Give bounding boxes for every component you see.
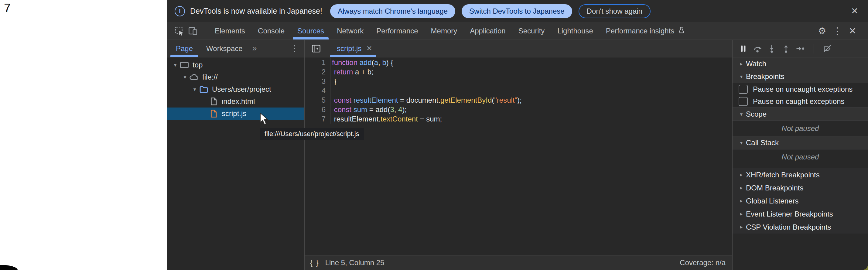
line-number[interactable]: 4 (305, 86, 330, 95)
expand-arrow-icon[interactable]: ▸ (737, 61, 746, 67)
mouse-cursor (260, 113, 269, 127)
pretty-print-icon[interactable]: { } (310, 259, 319, 267)
code-line[interactable]: resultElement.textContent = sum; (332, 114, 732, 124)
file-icon (209, 97, 218, 106)
code-editor[interactable]: 1234567 function add(a, b) { return a + … (305, 57, 732, 255)
line-number[interactable]: 5 (305, 95, 330, 105)
frame-icon (180, 60, 189, 69)
line-number[interactable]: 6 (305, 105, 330, 114)
deactivate-breakpoints-icon[interactable] (822, 43, 833, 54)
infobar-button-switch-devtools-to-japanese[interactable]: Switch DevTools to Japanese (462, 4, 572, 18)
infobar-button-always-match-chrome-s-language[interactable]: Always match Chrome's language (330, 4, 455, 18)
more-tabs-chevron-icon[interactable]: » (252, 44, 256, 53)
close-devtools-icon[interactable]: ✕ (846, 26, 859, 35)
inspect-element-icon[interactable] (173, 24, 186, 38)
expand-arrow-icon[interactable]: ▸ (737, 172, 746, 178)
toggle-navigator-icon[interactable] (309, 42, 323, 55)
code-line[interactable]: const resultElement = document.getElemen… (332, 95, 732, 105)
tree-item-users-user-project[interactable]: ▾Users/user/project (167, 83, 304, 95)
section-watch[interactable]: ▸Watch (733, 57, 868, 70)
code-token: = add( (367, 106, 390, 114)
tab-lighthouse[interactable]: Lighthouse (551, 22, 599, 39)
section-label: Pause on uncaught exceptions (753, 85, 852, 94)
section-pause-on-caught-exceptions[interactable]: Pause on caught exceptions (733, 95, 868, 108)
section-xhr-fetch-breakpoints[interactable]: ▸XHR/fetch Breakpoints (733, 168, 868, 181)
section-event-listener-breakpoints[interactable]: ▸Event Listener Breakpoints (733, 207, 868, 220)
tree-item-index-html[interactable]: index.html (167, 95, 304, 108)
checkbox-unchecked[interactable] (739, 85, 748, 94)
section-label: Breakpoints (746, 72, 784, 81)
step-out-icon[interactable] (781, 43, 791, 54)
navigator-menu-icon[interactable]: ⋮ (290, 43, 299, 54)
code-lines[interactable]: function add(a, b) { return a + b; } con… (331, 58, 732, 255)
code-line[interactable]: return a + b; (332, 67, 732, 77)
tab-performance[interactable]: Performance (370, 22, 424, 39)
more-options-icon[interactable]: ⋮ (831, 26, 844, 35)
tab-security[interactable]: Security (512, 22, 551, 39)
code-token: sum (353, 106, 367, 114)
tab-memory[interactable]: Memory (425, 22, 464, 39)
pause-script-icon[interactable] (738, 43, 748, 54)
section-call-stack[interactable]: ▾Call Stack (733, 137, 868, 149)
step-into-icon[interactable] (767, 43, 777, 54)
tree-item-script-js[interactable]: script.js (167, 108, 304, 120)
tab-application[interactable]: Application (463, 22, 512, 39)
code-token: = sum; (418, 115, 442, 123)
code-token: resultElement. (332, 115, 380, 123)
settings-gear-icon[interactable]: ⚙ (816, 26, 829, 35)
infobar-button-don-t-show-again[interactable]: Don't show again (579, 4, 651, 18)
code-line[interactable]: } (332, 77, 732, 86)
section-global-listeners[interactable]: ▸Global Listeners (733, 194, 868, 207)
editor-tab-close-icon[interactable]: ✕ (366, 44, 372, 53)
expand-arrow-icon[interactable]: ▸ (737, 185, 746, 191)
tab-label: Application (470, 27, 505, 35)
tree-item-file[interactable]: ▾file:// (167, 71, 304, 83)
collapse-arrow-icon[interactable]: ▾ (737, 73, 746, 80)
checkbox-unchecked[interactable] (739, 97, 748, 106)
expand-arrow-icon[interactable]: ▸ (737, 198, 746, 204)
line-number-gutter[interactable]: 1234567 (305, 58, 331, 124)
line-number[interactable]: 1 (305, 58, 330, 67)
page-number: 7 (4, 1, 11, 15)
section-label: Scope (746, 110, 767, 118)
editor-tab-script-js[interactable]: script.js ✕ (330, 40, 377, 57)
navigator-header: PageWorkspace » ⋮ (167, 40, 304, 57)
expand-arrow-icon[interactable]: ▾ (171, 62, 180, 68)
section-scope[interactable]: ▾Scope (733, 108, 868, 121)
editor-pane: script.js ✕ 1234567 function add(a, b) {… (305, 40, 732, 270)
code-line[interactable] (332, 86, 732, 95)
tab-performance-insights[interactable]: Performance insights (599, 22, 692, 39)
step-icon[interactable] (795, 43, 805, 54)
tab-sources[interactable]: Sources (291, 22, 331, 39)
tab-elements[interactable]: Elements (208, 22, 251, 39)
toggle-device-toolbar-icon[interactable] (186, 24, 199, 38)
code-line[interactable]: function add(a, b) { (332, 58, 732, 67)
bottom-left-shape (0, 265, 18, 270)
section-pause-on-uncaught-exceptions[interactable]: Pause on uncaught exceptions (733, 83, 868, 95)
section-breakpoints[interactable]: ▾Breakpoints (733, 70, 868, 83)
tab-console[interactable]: Console (251, 22, 291, 39)
tree-item-label: index.html (222, 97, 255, 106)
navigator-tab-page[interactable]: Page (169, 40, 199, 57)
collapse-arrow-icon[interactable]: ▾ (737, 111, 746, 118)
tab-label: Elements (215, 27, 245, 35)
expand-arrow-icon[interactable]: ▸ (737, 224, 746, 230)
code-line[interactable]: const sum = add(3, 4); (332, 105, 732, 114)
section-csp-violation-breakpoints[interactable]: ▸CSP Violation Breakpoints (733, 220, 868, 234)
tree-item-top[interactable]: ▾top (167, 59, 304, 71)
line-number[interactable]: 3 (305, 77, 330, 86)
navigator-tab-workspace[interactable]: Workspace (199, 40, 249, 57)
step-over-icon[interactable] (752, 43, 763, 54)
collapse-arrow-icon[interactable]: ▾ (737, 140, 746, 146)
tab-network[interactable]: Network (331, 22, 370, 39)
expand-arrow-icon[interactable]: ▾ (181, 74, 189, 81)
line-number[interactable]: 2 (305, 67, 330, 77)
expand-arrow-icon[interactable]: ▸ (737, 211, 746, 217)
line-number[interactable]: 7 (305, 114, 330, 124)
section-label: Pause on caught exceptions (753, 97, 845, 106)
infobar-close-icon[interactable]: ✕ (851, 7, 858, 16)
info-icon: i (175, 6, 185, 17)
section-dom-breakpoints[interactable]: ▸DOM Breakpoints (733, 181, 868, 194)
expand-arrow-icon[interactable]: ▾ (190, 86, 199, 93)
code-token: const (334, 96, 351, 104)
